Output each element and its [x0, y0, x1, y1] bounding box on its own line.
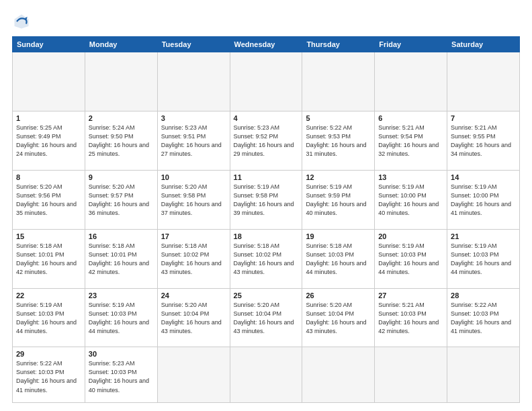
day-number: 28: [451, 291, 516, 300]
calendar-cell: 28Sunrise: 5:22 AMSunset: 10:03 PMDaylig…: [447, 288, 520, 347]
calendar-cell: 4Sunrise: 5:23 AMSunset: 9:52 PMDaylight…: [230, 111, 302, 170]
calendar-cell: 17Sunrise: 5:18 AMSunset: 10:02 PMDaylig…: [157, 229, 230, 288]
calendar-cell: 13Sunrise: 5:19 AMSunset: 10:00 PMDaylig…: [375, 170, 447, 229]
calendar-cell: 12Sunrise: 5:19 AMSunset: 9:59 PMDayligh…: [302, 170, 375, 229]
day-number: 29: [16, 350, 81, 358]
calendar-day-header: Friday: [375, 37, 447, 52]
day-number: 25: [234, 291, 299, 300]
calendar-cell: 30Sunrise: 5:23 AMSunset: 10:03 PMDaylig…: [85, 347, 157, 403]
day-info: Sunrise: 5:19 AMSunset: 10:03 PMDaylight…: [16, 301, 81, 336]
day-number: 13: [378, 173, 443, 181]
day-number: 24: [161, 291, 226, 300]
calendar-cell: 5Sunrise: 5:22 AMSunset: 9:53 PMDaylight…: [302, 111, 375, 170]
day-number: 12: [306, 173, 371, 181]
day-info: Sunrise: 5:19 AMSunset: 10:03 PMDaylight…: [378, 242, 443, 277]
day-info: Sunrise: 5:20 AMSunset: 9:57 PMDaylight:…: [89, 183, 154, 218]
day-info: Sunrise: 5:19 AMSunset: 9:58 PMDaylight:…: [234, 183, 299, 218]
day-number: 26: [306, 291, 371, 300]
day-number: 16: [89, 232, 154, 240]
day-number: 2: [89, 114, 154, 122]
day-info: Sunrise: 5:20 AMSunset: 9:56 PMDaylight:…: [16, 183, 81, 218]
calendar-cell: 14Sunrise: 5:19 AMSunset: 10:00 PMDaylig…: [447, 170, 520, 229]
day-number: 14: [451, 173, 516, 181]
day-info: Sunrise: 5:19 AMSunset: 10:03 PMDaylight…: [89, 301, 154, 336]
day-number: 22: [16, 291, 81, 300]
day-number: 27: [378, 291, 443, 300]
day-info: Sunrise: 5:18 AMSunset: 10:02 PMDaylight…: [234, 242, 299, 277]
calendar-cell: 21Sunrise: 5:19 AMSunset: 10:03 PMDaylig…: [447, 229, 520, 288]
day-number: 17: [161, 232, 226, 240]
day-info: Sunrise: 5:19 AMSunset: 9:59 PMDaylight:…: [306, 183, 371, 218]
day-number: 4: [234, 114, 299, 122]
calendar: SundayMondayTuesdayWednesdayThursdayFrid…: [12, 36, 520, 403]
page: SundayMondayTuesdayWednesdayThursdayFrid…: [0, 0, 532, 411]
calendar-cell: 9Sunrise: 5:20 AMSunset: 9:57 PMDaylight…: [85, 170, 157, 229]
day-number: 9: [89, 173, 154, 181]
calendar-cell: 16Sunrise: 5:18 AMSunset: 10:01 PMDaylig…: [85, 229, 157, 288]
calendar-cell: [447, 347, 520, 403]
day-number: 5: [306, 114, 371, 122]
calendar-day-header: Monday: [85, 37, 157, 52]
calendar-cell: 7Sunrise: 5:21 AMSunset: 9:55 PMDaylight…: [447, 111, 520, 170]
day-info: Sunrise: 5:20 AMSunset: 10:04 PMDaylight…: [161, 301, 226, 336]
day-info: Sunrise: 5:20 AMSunset: 10:04 PMDaylight…: [234, 301, 299, 336]
day-number: 21: [451, 232, 516, 240]
calendar-cell: [85, 52, 157, 111]
day-number: 1: [16, 114, 81, 122]
calendar-cell: 18Sunrise: 5:18 AMSunset: 10:02 PMDaylig…: [230, 229, 302, 288]
day-number: 8: [16, 173, 81, 181]
calendar-cell: [375, 347, 447, 403]
day-info: Sunrise: 5:18 AMSunset: 10:03 PMDaylight…: [306, 242, 371, 277]
calendar-cell: 22Sunrise: 5:19 AMSunset: 10:03 PMDaylig…: [13, 288, 85, 347]
day-info: Sunrise: 5:18 AMSunset: 10:01 PMDaylight…: [89, 242, 154, 277]
day-number: 18: [234, 232, 299, 240]
calendar-day-header: Tuesday: [157, 37, 230, 52]
day-info: Sunrise: 5:23 AMSunset: 10:03 PMDaylight…: [89, 359, 154, 394]
day-number: 3: [161, 114, 226, 122]
calendar-day-header: Saturday: [447, 37, 520, 52]
day-info: Sunrise: 5:20 AMSunset: 10:04 PMDaylight…: [306, 301, 371, 336]
logo-icon: [12, 12, 31, 31]
day-number: 7: [451, 114, 516, 122]
calendar-cell: [230, 347, 302, 403]
calendar-cell: 15Sunrise: 5:18 AMSunset: 10:01 PMDaylig…: [13, 229, 85, 288]
day-info: Sunrise: 5:22 AMSunset: 10:03 PMDaylight…: [451, 301, 516, 336]
calendar-day-header: Thursday: [302, 37, 375, 52]
calendar-day-header: Wednesday: [230, 37, 302, 52]
calendar-cell: 29Sunrise: 5:22 AMSunset: 10:03 PMDaylig…: [13, 347, 85, 403]
day-info: Sunrise: 5:23 AMSunset: 9:52 PMDaylight:…: [234, 124, 299, 158]
day-number: 30: [89, 350, 154, 358]
day-info: Sunrise: 5:18 AMSunset: 10:01 PMDaylight…: [16, 242, 81, 277]
calendar-day-header: Sunday: [13, 37, 85, 52]
day-info: Sunrise: 5:21 AMSunset: 9:54 PMDaylight:…: [378, 124, 443, 158]
calendar-cell: 25Sunrise: 5:20 AMSunset: 10:04 PMDaylig…: [230, 288, 302, 347]
calendar-cell: 2Sunrise: 5:24 AMSunset: 9:50 PMDaylight…: [85, 111, 157, 170]
calendar-cell: 23Sunrise: 5:19 AMSunset: 10:03 PMDaylig…: [85, 288, 157, 347]
calendar-cell: 10Sunrise: 5:20 AMSunset: 9:58 PMDayligh…: [157, 170, 230, 229]
day-number: 20: [378, 232, 443, 240]
day-info: Sunrise: 5:23 AMSunset: 9:51 PMDaylight:…: [161, 124, 226, 158]
calendar-cell: 19Sunrise: 5:18 AMSunset: 10:03 PMDaylig…: [302, 229, 375, 288]
calendar-cell: [13, 52, 85, 111]
calendar-cell: 27Sunrise: 5:21 AMSunset: 10:03 PMDaylig…: [375, 288, 447, 347]
calendar-cell: [157, 347, 230, 403]
day-number: 11: [234, 173, 299, 181]
day-info: Sunrise: 5:19 AMSunset: 10:03 PMDaylight…: [451, 242, 516, 277]
day-info: Sunrise: 5:19 AMSunset: 10:00 PMDaylight…: [451, 183, 516, 218]
calendar-cell: [302, 347, 375, 403]
day-number: 23: [89, 291, 154, 300]
day-number: 19: [306, 232, 371, 240]
calendar-cell: [447, 52, 520, 111]
calendar-cell: 11Sunrise: 5:19 AMSunset: 9:58 PMDayligh…: [230, 170, 302, 229]
day-number: 6: [378, 114, 443, 122]
calendar-cell: 1Sunrise: 5:25 AMSunset: 9:49 PMDaylight…: [13, 111, 85, 170]
calendar-header-row: SundayMondayTuesdayWednesdayThursdayFrid…: [13, 37, 520, 52]
day-info: Sunrise: 5:22 AMSunset: 10:03 PMDaylight…: [16, 359, 81, 394]
day-info: Sunrise: 5:21 AMSunset: 10:03 PMDaylight…: [378, 301, 443, 336]
calendar-cell: 24Sunrise: 5:20 AMSunset: 10:04 PMDaylig…: [157, 288, 230, 347]
day-info: Sunrise: 5:20 AMSunset: 9:58 PMDaylight:…: [161, 183, 226, 218]
day-number: 15: [16, 232, 81, 240]
header: [12, 12, 520, 31]
calendar-cell: [157, 52, 230, 111]
logo: [12, 12, 34, 31]
